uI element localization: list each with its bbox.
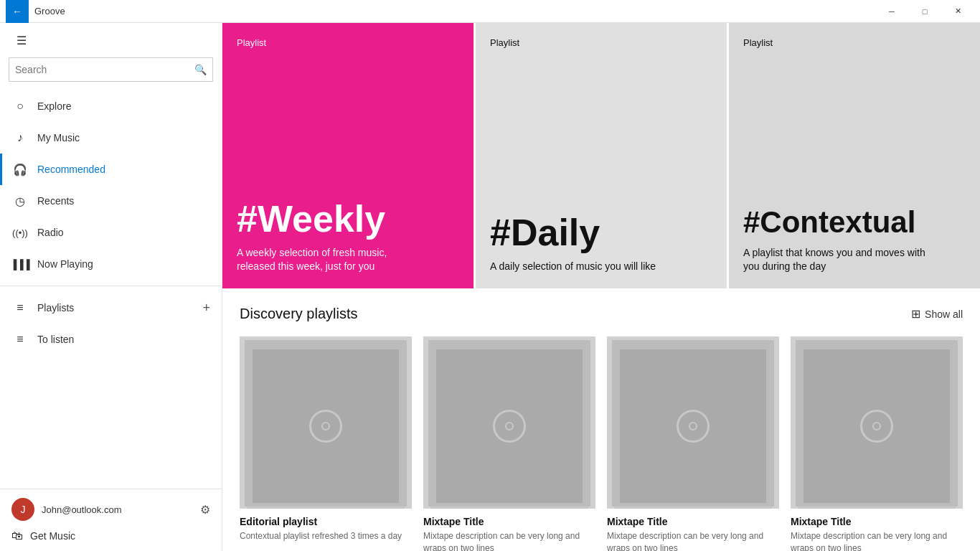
recommended-icon: 🎧 — [11, 163, 29, 176]
featured-card-weekly[interactable]: Playlist #Weekly A weekly selection of f… — [222, 23, 476, 288]
featured-card-title: #Weekly — [237, 200, 459, 237]
sidebar-item-playlists[interactable]: ≡ Playlists + — [0, 292, 222, 324]
close-button[interactable]: ✕ — [941, 0, 974, 23]
disc-icon — [677, 410, 710, 443]
discovery-section-title: Discovery playlists — [240, 306, 911, 322]
thumb-stack — [423, 336, 595, 509]
search-icon: 🔍 — [194, 64, 207, 75]
discovery-card-title: Mixtape Title — [791, 516, 963, 527]
discovery-card-desc: Mixtape description can be very long and… — [423, 530, 595, 551]
search-button[interactable]: 🔍 — [188, 58, 212, 81]
disc-center — [689, 422, 697, 430]
discovery-card-mixtape2[interactable]: Mixtape Title Mixtape description can be… — [607, 336, 779, 551]
featured-card-label: Playlist — [237, 37, 459, 48]
add-playlist-button[interactable]: + — [202, 301, 210, 316]
discovery-card-desc: Mixtape description can be very long and… — [607, 530, 779, 551]
hamburger-icon: ☰ — [17, 34, 27, 47]
sidebar-item-radio[interactable]: ((•)) Radio — [0, 217, 222, 248]
discovery-card-thumb — [423, 336, 595, 509]
discovery-header: Discovery playlists ⊞ Show all — [240, 306, 963, 322]
sidebar-item-explore[interactable]: ○ Explore — [0, 90, 222, 122]
discovery-card-editorial[interactable]: Editorial playlist Contextual playlist r… — [240, 336, 412, 551]
minimize-button[interactable]: ─ — [875, 0, 908, 23]
featured-card-desc: A daily selection of music you will like — [490, 260, 677, 274]
sidebar-item-label: Radio — [37, 227, 64, 238]
show-all-label: Show all — [925, 309, 963, 320]
sidebar-item-label: Recents — [37, 195, 74, 207]
avatar: J — [11, 498, 34, 521]
show-all-icon: ⊞ — [911, 307, 920, 321]
featured-card-title: #Contextual — [743, 207, 966, 237]
thumb-stack — [791, 336, 963, 509]
explore-icon: ○ — [11, 100, 29, 113]
discovery-grid: Editorial playlist Contextual playlist r… — [240, 336, 963, 551]
thumb-layer-3 — [436, 349, 583, 503]
featured-card-contextual[interactable]: Playlist #Contextual A playlist that kno… — [729, 23, 980, 288]
featured-card-title: #Daily — [490, 214, 712, 251]
sidebar: ☰ 🔍 ○ Explore ♪ My Music 🎧 Recommended — [0, 23, 222, 551]
playlists-icon: ≡ — [11, 301, 29, 314]
featured-card-label: Playlist — [743, 37, 966, 48]
featured-card-desc: A weekly selection of fresh music, relea… — [237, 246, 423, 274]
sidebar-item-recents[interactable]: ◷ Recents — [0, 185, 222, 217]
sidebar-item-now-playing[interactable]: ▐▐▐ Now Playing — [0, 248, 222, 280]
disc-icon — [309, 410, 342, 443]
disc-center — [505, 422, 514, 430]
search-input[interactable] — [9, 58, 188, 81]
thumb-layer-3 — [804, 349, 950, 503]
sidebar-nav: ○ Explore ♪ My Music 🎧 Recommended ◷ Rec… — [0, 90, 222, 489]
recents-icon: ◷ — [11, 194, 29, 208]
titlebar: ← Groove ─ □ ✕ — [0, 0, 980, 23]
app-layout: ☰ 🔍 ○ Explore ♪ My Music 🎧 Recommended — [0, 23, 980, 551]
hamburger-button[interactable]: ☰ — [9, 27, 34, 53]
discovery-card-desc: Contextual playlist refreshed 3 times a … — [240, 530, 412, 542]
back-button[interactable]: ← — [6, 0, 29, 23]
featured-card-desc: A playlist that knows you and moves with… — [743, 246, 930, 274]
maximize-icon: □ — [923, 7, 928, 16]
featured-card-label: Playlist — [490, 37, 712, 48]
search-box[interactable]: 🔍 — [9, 57, 213, 82]
discovery-card-thumb — [607, 336, 779, 509]
back-icon: ← — [12, 6, 22, 17]
show-all-button[interactable]: ⊞ Show all — [911, 307, 963, 321]
window-controls: ─ □ ✕ — [875, 0, 974, 23]
main-content: Playlist #Weekly A weekly selection of f… — [222, 23, 980, 551]
discovery-card-mixtape1[interactable]: Mixtape Title Mixtape description can be… — [423, 336, 595, 551]
sidebar-item-label: Explore — [37, 100, 71, 112]
disc-icon — [860, 410, 893, 443]
thumb-stack — [240, 336, 412, 509]
sidebar-item-label: My Music — [37, 132, 80, 143]
sidebar-item-label: Recommended — [37, 164, 105, 175]
minimize-icon: ─ — [889, 7, 895, 16]
to-listen-icon: ≡ — [11, 333, 29, 346]
thumb-stack — [607, 336, 779, 509]
disc-center — [321, 422, 330, 430]
get-music-icon: 🛍 — [11, 529, 23, 542]
app-title: Groove — [34, 6, 875, 17]
thumb-layer-3 — [620, 349, 766, 503]
user-email: John@outlook.com — [42, 504, 193, 515]
get-music-label: Get Music — [30, 530, 75, 542]
featured-card-daily[interactable]: Playlist #Daily A daily selection of mus… — [476, 23, 729, 288]
radio-icon: ((•)) — [11, 227, 29, 238]
sidebar-item-to-listen[interactable]: ≡ To listen — [0, 324, 222, 355]
sidebar-item-recommended[interactable]: 🎧 Recommended — [0, 154, 222, 185]
sidebar-playlists-label: Playlists — [37, 302, 74, 314]
discovery-card-thumb — [791, 336, 963, 509]
nav-divider — [0, 286, 222, 286]
close-icon: ✕ — [955, 6, 961, 16]
sidebar-footer: J John@outlook.com ⚙ 🛍 Get Music — [0, 489, 222, 551]
thumb-layer-3 — [253, 349, 399, 503]
disc-center — [872, 422, 881, 430]
sidebar-to-listen-label: To listen — [37, 334, 74, 345]
sidebar-item-my-music[interactable]: ♪ My Music — [0, 122, 222, 154]
discovery-card-thumb — [240, 336, 412, 509]
discovery-section: Discovery playlists ⊞ Show all — [222, 288, 980, 551]
discovery-card-title: Mixtape Title — [607, 516, 779, 527]
get-music-button[interactable]: 🛍 Get Music — [11, 529, 210, 542]
discovery-card-mixtape3[interactable]: Mixtape Title Mixtape description can be… — [791, 336, 963, 551]
my-music-icon: ♪ — [11, 131, 29, 144]
maximize-button[interactable]: □ — [908, 0, 941, 23]
settings-button[interactable]: ⚙ — [200, 503, 210, 517]
sidebar-header: ☰ — [0, 23, 222, 57]
